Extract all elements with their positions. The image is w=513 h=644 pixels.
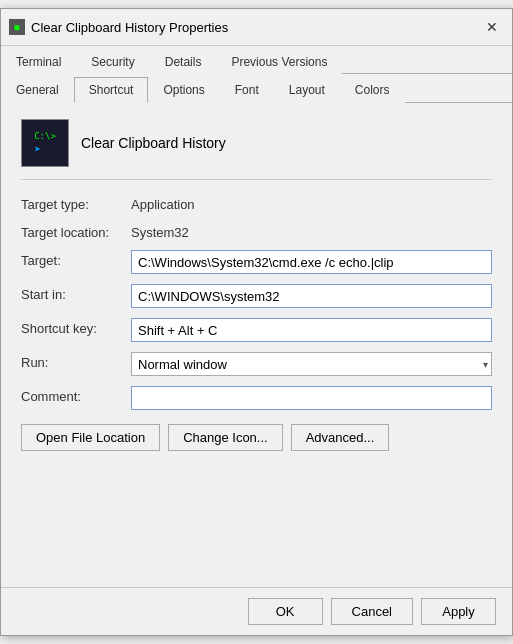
tab-terminal[interactable]: Terminal bbox=[1, 49, 76, 74]
app-title-icon: ■ bbox=[9, 19, 25, 35]
dialog-title: Clear Clipboard History Properties bbox=[31, 20, 228, 35]
shortcut-key-input[interactable] bbox=[131, 318, 492, 342]
target-location-label: Target location: bbox=[21, 222, 131, 240]
shortcut-key-row: Shortcut key: bbox=[21, 318, 492, 342]
app-name: Clear Clipboard History bbox=[81, 135, 226, 151]
target-row: Target: bbox=[21, 250, 492, 274]
empty-space bbox=[21, 471, 492, 571]
app-header: C:\> ➤ Clear Clipboard History bbox=[21, 119, 492, 180]
advanced-button[interactable]: Advanced... bbox=[291, 424, 390, 451]
app-icon: C:\> ➤ bbox=[21, 119, 69, 167]
tab-font[interactable]: Font bbox=[220, 77, 274, 103]
open-file-location-button[interactable]: Open File Location bbox=[21, 424, 160, 451]
tab-layout[interactable]: Layout bbox=[274, 77, 340, 103]
start-in-label: Start in: bbox=[21, 284, 131, 302]
tab-row-2: General Shortcut Options Font Layout Col… bbox=[1, 74, 512, 103]
target-location-value: System32 bbox=[131, 222, 492, 240]
app-icon-inner: C:\> ➤ bbox=[34, 131, 56, 156]
run-row: Run: Normal window Minimized Maximized ▾ bbox=[21, 352, 492, 376]
change-icon-button[interactable]: Change Icon... bbox=[168, 424, 283, 451]
action-buttons: Open File Location Change Icon... Advanc… bbox=[21, 424, 492, 451]
tab-shortcut[interactable]: Shortcut bbox=[74, 77, 149, 103]
target-label: Target: bbox=[21, 250, 131, 268]
run-dropdown-wrapper: Normal window Minimized Maximized ▾ bbox=[131, 352, 492, 376]
tab-security[interactable]: Security bbox=[76, 49, 149, 74]
start-in-input[interactable] bbox=[131, 284, 492, 308]
run-label: Run: bbox=[21, 352, 131, 370]
apply-button[interactable]: Apply bbox=[421, 598, 496, 625]
target-type-value: Application bbox=[131, 194, 492, 212]
comment-row: Comment: bbox=[21, 386, 492, 410]
tab-content: C:\> ➤ Clear Clipboard History Target ty… bbox=[1, 103, 512, 587]
run-select[interactable]: Normal window Minimized Maximized bbox=[131, 352, 492, 376]
tab-colors[interactable]: Colors bbox=[340, 77, 405, 103]
cancel-button[interactable]: Cancel bbox=[331, 598, 413, 625]
tab-options[interactable]: Options bbox=[148, 77, 219, 103]
comment-input[interactable] bbox=[131, 386, 492, 410]
tab-details[interactable]: Details bbox=[150, 49, 217, 74]
bottom-bar: OK Cancel Apply bbox=[1, 587, 512, 635]
title-bar-left: ■ Clear Clipboard History Properties bbox=[9, 19, 228, 35]
tab-row-1: Terminal Security Details Previous Versi… bbox=[1, 46, 512, 74]
target-input[interactable] bbox=[131, 250, 492, 274]
dialog-window: ■ Clear Clipboard History Properties ✕ T… bbox=[0, 8, 513, 636]
ok-button[interactable]: OK bbox=[248, 598, 323, 625]
shortcut-key-label: Shortcut key: bbox=[21, 318, 131, 336]
tab-general[interactable]: General bbox=[1, 77, 74, 103]
tab-previous-versions[interactable]: Previous Versions bbox=[216, 49, 342, 74]
comment-label: Comment: bbox=[21, 386, 131, 404]
start-in-row: Start in: bbox=[21, 284, 492, 308]
title-bar: ■ Clear Clipboard History Properties ✕ bbox=[1, 9, 512, 46]
target-location-row: Target location: System32 bbox=[21, 222, 492, 240]
target-type-row: Target type: Application bbox=[21, 194, 492, 212]
close-button[interactable]: ✕ bbox=[480, 15, 504, 39]
target-type-label: Target type: bbox=[21, 194, 131, 212]
